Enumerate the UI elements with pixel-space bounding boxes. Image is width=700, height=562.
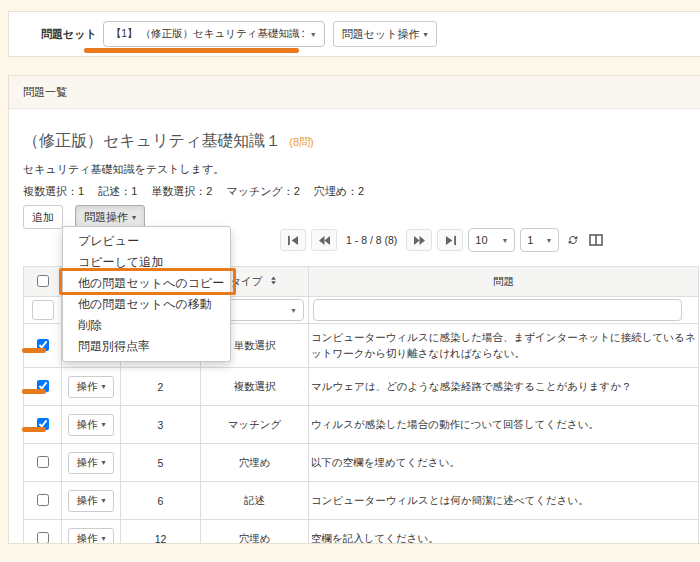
first-page-icon: [287, 235, 300, 246]
refresh-button[interactable]: [564, 231, 582, 249]
row-select-checkbox[interactable]: [37, 532, 49, 544]
menu-item[interactable]: プレビュー: [63, 231, 230, 252]
question-type: 穴埋め: [201, 444, 309, 482]
chevron-down-icon: ▼: [545, 237, 552, 244]
last-page-button[interactable]: [437, 229, 463, 251]
chevron-down-icon: ▼: [501, 237, 508, 244]
quiz-title: （修正版）セキュリティ基礎知識１(8問): [23, 131, 700, 152]
annotation-checkbox-underline: [22, 389, 46, 394]
question-text: 空欄を記入してください。: [309, 520, 699, 545]
question-number: 6: [121, 482, 201, 520]
row-select-checkbox[interactable]: [37, 456, 49, 468]
chevron-down-icon: ▾: [101, 420, 105, 429]
quiz-stat: 複数選択：1: [23, 185, 84, 197]
next-page-icon: [413, 235, 426, 246]
question-set-operations-button[interactable]: 問題セット操作 ▾: [333, 21, 437, 47]
question-number: 12: [121, 520, 201, 545]
refresh-icon: [566, 233, 580, 247]
question-count-badge: (8問): [289, 136, 313, 148]
pagination-range-text: 1 - 8 / 8 (8): [346, 234, 397, 246]
question-text: ウィルスが感染した場合の動作について回答してください。: [309, 406, 699, 444]
question-set-select-value: 【1】 （修正版）セキュリティ基礎知識１(8問): [111, 27, 304, 41]
row-select-checkbox[interactable]: [37, 494, 49, 506]
table-row: 操作▾12穴埋め空欄を記入してください。: [24, 520, 699, 545]
question-text: 以下の空欄を埋めてください。: [309, 444, 699, 482]
select-all-checkbox[interactable]: [37, 275, 49, 287]
question-column-header: 問題: [309, 267, 699, 297]
annotation-checkbox-underline: [22, 427, 46, 432]
table-row: 操作▾6記述コンピューターウィルスとは何か簡潔に述べてください。: [24, 482, 699, 520]
prev-page-button[interactable]: [311, 229, 337, 251]
page-number-value: 1: [527, 234, 533, 246]
chevron-down-icon: ▾: [101, 534, 105, 543]
chevron-down-icon: ▼: [310, 31, 317, 38]
page-size-select[interactable]: 10 ▼: [468, 228, 515, 252]
menu-item[interactable]: 問題別得点率: [63, 336, 230, 357]
question-text: コンピューターウィルスとは何か簡潔に述べてください。: [309, 482, 699, 520]
menu-item[interactable]: 削除: [63, 315, 230, 336]
chevron-down-icon: ▾: [101, 458, 105, 467]
prev-page-icon: [318, 235, 331, 246]
quiz-stat: 記述：1: [98, 185, 137, 197]
quiz-type-stats: 複数選択：1記述：1単数選択：2マッチング：2穴埋め：2: [23, 184, 700, 199]
question-text: コンピューターウィルスに感染した場合、まずインターネットに接続しているネットワー…: [309, 324, 699, 368]
row-operation-button[interactable]: 操作▾: [68, 452, 113, 474]
table-row: 操作▾3マッチングウィルスが感染した場合の動作について回答してください。: [24, 406, 699, 444]
row-operation-button[interactable]: 操作▾: [68, 528, 113, 545]
question-set-select[interactable]: 【1】 （修正版）セキュリティ基礎知識１(8問) ▼: [103, 21, 325, 47]
chevron-down-icon: ▼: [290, 307, 297, 314]
next-page-button[interactable]: [406, 229, 432, 251]
table-row: 操作▾2複数選択マルウェアは、どのような感染経路で感染することがありますか？: [24, 368, 699, 406]
question-number: 5: [121, 444, 201, 482]
annotation-select-underline: [84, 48, 299, 53]
quiz-stat: 穴埋め：2: [314, 185, 364, 197]
checkbox-filter-box: [32, 300, 54, 320]
row-operation-button[interactable]: 操作▾: [68, 376, 113, 398]
quiz-stat: 単数選択：2: [151, 185, 212, 197]
columns-button[interactable]: [587, 231, 605, 249]
table-row: 操作▾5穴埋め以下の空欄を埋めてください。: [24, 444, 699, 482]
menu-item[interactable]: 他の問題セットへの移動: [63, 294, 230, 315]
row-operation-button[interactable]: 操作▾: [68, 490, 113, 512]
chevron-down-icon: ▾: [101, 496, 105, 505]
first-page-button[interactable]: [280, 229, 306, 251]
quiz-description: セキュリティ基礎知識をテストします。: [23, 162, 700, 177]
chevron-down-icon: ▾: [132, 213, 136, 222]
page-size-value: 10: [475, 234, 487, 246]
row-operation-button[interactable]: 操作▾: [68, 414, 113, 436]
question-set-label: 問題セット: [41, 27, 97, 42]
question-type: 穴埋め: [201, 520, 309, 545]
question-type: 記述: [201, 482, 309, 520]
question-type: 複数選択: [201, 368, 309, 406]
chevron-down-icon: ▾: [101, 382, 105, 391]
question-number: 3: [121, 406, 201, 444]
sort-icon[interactable]: [268, 275, 279, 288]
question-text: マルウェアは、どのような感染経路で感染することがありますか？: [309, 368, 699, 406]
last-page-icon: [444, 235, 457, 246]
question-filter-input[interactable]: [313, 299, 682, 321]
quiz-stat: マッチング：2: [226, 185, 299, 197]
question-number: 2: [121, 368, 201, 406]
chevron-down-icon: ▾: [424, 30, 428, 39]
annotation-highlight-box: [59, 268, 236, 295]
columns-icon: [589, 234, 603, 246]
question-type: マッチング: [201, 406, 309, 444]
add-question-button[interactable]: 追加: [23, 205, 63, 229]
page-number-select[interactable]: 1 ▼: [520, 228, 559, 252]
annotation-checkbox-underline: [22, 348, 46, 353]
panel-heading: 問題一覧: [9, 76, 700, 109]
pagination: 1 - 8 / 8 (8) 10 ▼ 1 ▼: [280, 228, 605, 252]
